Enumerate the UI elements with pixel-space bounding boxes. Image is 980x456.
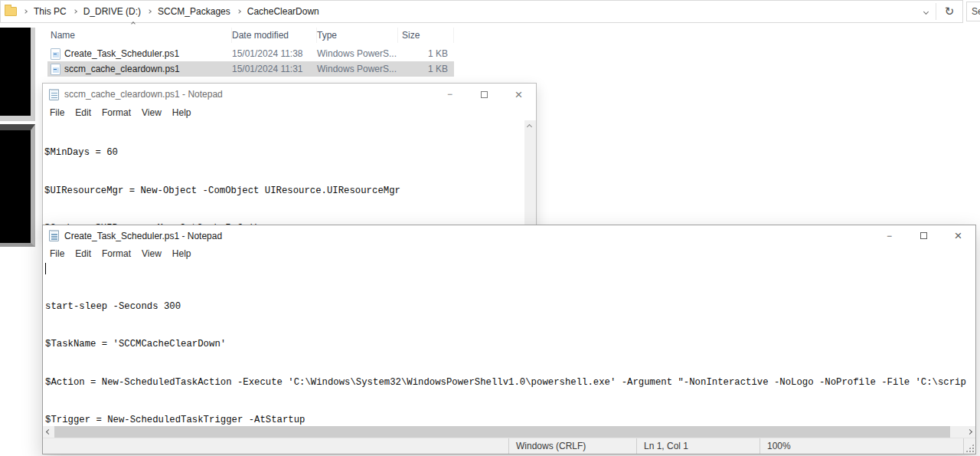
window-title: Create_Task_Scheduler.ps1 - Notepad xyxy=(64,231,222,241)
title-bar[interactable]: Create_Task_Scheduler.ps1 - Notepad xyxy=(43,225,975,246)
title-bar[interactable]: sccm_cache_cleardown.ps1 - Notepad xyxy=(43,84,536,105)
menu-file[interactable]: File xyxy=(44,106,70,120)
code-line: start-sleep -Seconds 300 xyxy=(45,300,975,313)
menu-bar: File Edit Format View Help xyxy=(43,105,536,120)
file-date: 15/01/2024 11:31 xyxy=(232,61,317,77)
scrollbar-thumb[interactable] xyxy=(54,426,950,438)
text-editor-area[interactable]: $MinDays = 60 $UIResourceMgr = New-Objec… xyxy=(43,120,524,235)
code-line: $Action = New-ScheduledTaskAction -Execu… xyxy=(45,376,975,389)
maximize-button[interactable] xyxy=(467,84,501,105)
file-size: 1 KB xyxy=(398,61,454,77)
folder-icon xyxy=(5,7,17,16)
column-header-type[interactable]: Type xyxy=(317,28,398,43)
minimize-button[interactable] xyxy=(872,225,906,246)
menu-view[interactable]: View xyxy=(136,106,167,120)
file-size: 1 KB xyxy=(398,46,454,61)
menu-edit[interactable]: Edit xyxy=(70,247,96,261)
close-button[interactable] xyxy=(941,225,975,246)
address-dropdown-button[interactable] xyxy=(916,1,936,22)
breadcrumb-d-drive[interactable]: D_DRIVE (D:) xyxy=(83,6,141,17)
powershell-file-icon xyxy=(51,64,60,75)
file-name: Create_Task_Scheduler.ps1 xyxy=(64,48,179,59)
text-cursor xyxy=(45,263,46,274)
notepad-window-sccm-cache-cleardown: sccm_cache_cleardown.ps1 - Notepad File … xyxy=(42,83,537,236)
breadcrumb-sccm-packages[interactable]: SCCM_Packages xyxy=(158,6,230,17)
breadcrumb-chevron-icon xyxy=(237,9,241,14)
breadcrumb-chevron-icon xyxy=(23,9,28,14)
file-date: 15/01/2024 11:38 xyxy=(232,46,317,61)
maximize-button[interactable] xyxy=(906,225,941,246)
background-window-2[interactable] xyxy=(0,124,35,247)
menu-edit[interactable]: Edit xyxy=(70,106,96,120)
file-type: Windows PowerS... xyxy=(317,61,398,77)
file-list: Name Date modified Type Size Create_Task… xyxy=(47,28,454,77)
table-row-selected[interactable]: sccm_cache_cleardown.ps1 15/01/2024 11:3… xyxy=(47,61,454,77)
code-line: $TaskName = 'SCCMCacheClearDown' xyxy=(45,338,975,351)
background-window-1[interactable] xyxy=(0,28,35,121)
menu-format[interactable]: Format xyxy=(96,106,136,120)
column-header-size[interactable]: Size xyxy=(398,28,454,43)
column-header-name[interactable]: Name xyxy=(47,28,232,43)
column-headers: Name Date modified Type Size xyxy=(47,28,454,43)
menu-help[interactable]: Help xyxy=(167,106,197,120)
menu-bar: File Edit Format View Help xyxy=(43,246,975,261)
breadcrumb-this-pc[interactable]: This PC xyxy=(34,6,67,17)
scroll-left-icon[interactable] xyxy=(43,426,54,438)
file-name: sccm_cache_cleardown.ps1 xyxy=(64,64,180,74)
notepad-icon xyxy=(49,230,59,241)
status-zoom-level: 100% xyxy=(760,438,963,454)
powershell-file-icon xyxy=(51,48,60,60)
notepad-window-create-task-scheduler: Create_Task_Scheduler.ps1 - Notepad File… xyxy=(42,225,976,454)
code-line: $UIResourceMgr = New-Object -ComObject U… xyxy=(44,185,524,198)
notepad-icon xyxy=(49,89,59,100)
status-line-ending: Windows (CRLF) xyxy=(508,438,636,454)
scroll-up-icon[interactable] xyxy=(527,124,532,130)
resize-grip[interactable] xyxy=(963,438,975,454)
search-box[interactable]: Se xyxy=(966,2,980,21)
file-type: Windows PowerS... xyxy=(317,46,398,61)
scroll-right-icon[interactable] xyxy=(964,426,975,438)
code-line: $Trigger = New-ScheduledTaskTrigger -AtS… xyxy=(45,414,975,426)
status-cursor-position: Ln 1, Col 1 xyxy=(636,438,760,454)
breadcrumb-chevron-icon xyxy=(147,9,152,14)
vertical-scrollbar[interactable] xyxy=(524,120,536,235)
status-bar: Windows (CRLF) Ln 1, Col 1 100% xyxy=(43,438,975,454)
menu-view[interactable]: View xyxy=(136,247,167,261)
code-line: $MinDays = 60 xyxy=(44,146,524,159)
menu-format[interactable]: Format xyxy=(96,247,136,261)
address-bar[interactable]: This PC D_DRIVE (D:) SCCM_Packages Cache… xyxy=(0,0,963,23)
menu-help[interactable]: Help xyxy=(167,247,197,261)
text-editor-area[interactable]: start-sleep -Seconds 300 $TaskName = 'SC… xyxy=(43,261,975,426)
window-title: sccm_cache_cleardown.ps1 - Notepad xyxy=(64,89,223,100)
column-header-date-modified[interactable]: Date modified xyxy=(232,28,317,43)
menu-file[interactable]: File xyxy=(44,247,70,261)
horizontal-scrollbar[interactable] xyxy=(43,426,975,438)
table-row[interactable]: Create_Task_Scheduler.ps1 15/01/2024 11:… xyxy=(47,46,454,61)
close-button[interactable] xyxy=(501,84,536,105)
breadcrumb-cachecleardown[interactable]: CacheClearDown xyxy=(247,6,319,17)
minimize-button[interactable] xyxy=(433,84,467,105)
breadcrumb-chevron-icon xyxy=(73,9,77,14)
refresh-button[interactable] xyxy=(936,1,962,22)
